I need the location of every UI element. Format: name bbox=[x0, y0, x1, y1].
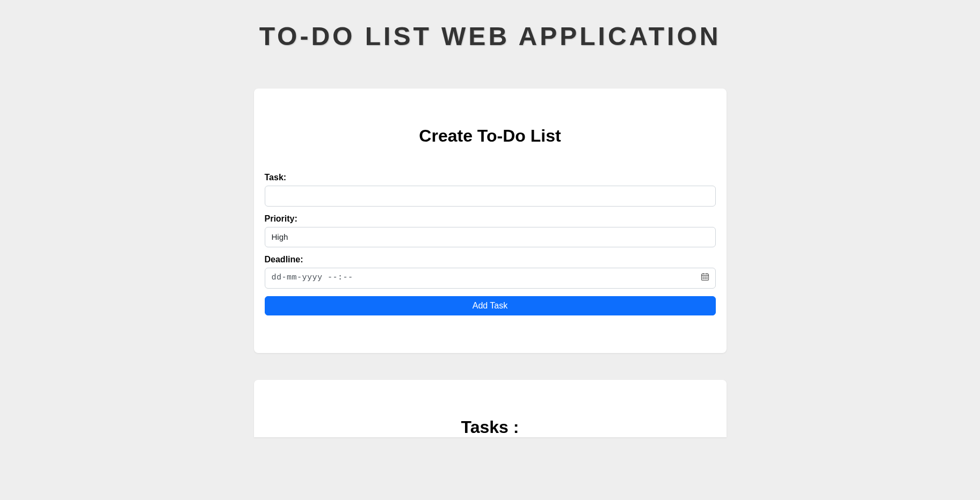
page-title: TO-DO LIST WEB APPLICATION bbox=[0, 0, 980, 62]
deadline-label: Deadline: bbox=[265, 255, 716, 264]
create-todo-card: Create To-Do List Task: Priority: High M… bbox=[254, 89, 727, 353]
deadline-input[interactable] bbox=[265, 268, 716, 289]
task-input[interactable] bbox=[265, 186, 716, 207]
task-label: Task: bbox=[265, 173, 716, 182]
tasks-card-title: Tasks : bbox=[254, 417, 727, 437]
create-card-title: Create To-Do List bbox=[265, 126, 716, 146]
priority-label: Priority: bbox=[265, 214, 716, 224]
tasks-card: Tasks : bbox=[254, 380, 727, 437]
deadline-form-group: Deadline: bbox=[265, 255, 716, 289]
task-form-group: Task: bbox=[265, 173, 716, 207]
add-task-button[interactable]: Add Task bbox=[265, 296, 716, 315]
priority-form-group: Priority: High Medium Low bbox=[265, 214, 716, 248]
priority-select[interactable]: High Medium Low bbox=[265, 227, 716, 248]
